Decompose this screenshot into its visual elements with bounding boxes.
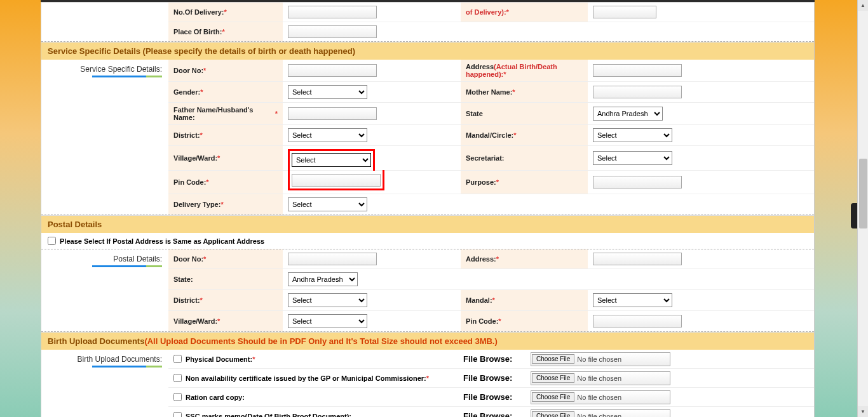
pst-district-label: District:* [168,290,283,310]
place-of-birth-label: Place Of Birth:* [168,22,283,41]
service-section-header: Service Specific Details (Please specify… [41,42,814,60]
choose-file-button[interactable]: Choose File [532,354,574,364]
pst-state-label: State: [168,269,283,289]
pst-mandal-select[interactable]: Select [593,293,672,307]
svc-state-label: State [461,103,588,124]
pst-mandal-label: Mandal:* [461,290,588,310]
file-browse-label: File Browse: [461,354,531,364]
postal-same-checkbox[interactable] [48,237,56,245]
svc-state-select[interactable]: Andhra Pradesh [593,107,663,121]
no-of-delivery-input[interactable] [288,6,377,18]
svc-purpose-input[interactable] [593,176,682,189]
of-delivery-label: of Delivery):* [461,3,588,22]
choose-file-button[interactable]: Choose File [532,392,574,402]
upload-doc-label: SSC marks memo(Date Of Birth Proof Docum… [168,409,461,417]
svc-address-label: Address(Actual Birth/Death happened):* [461,60,588,81]
no-file-text: No file chosen [577,355,621,363]
no-file-text: No file chosen [577,413,621,418]
place-of-birth-input[interactable] [288,25,377,38]
pst-address-label: Address:* [461,249,588,268]
upload-side-label: Birth Upload Documents: [41,350,168,417]
svc-gender-label: Gender:* [168,82,283,102]
vertical-scrollbar[interactable]: ▲ ▼ [857,0,868,417]
svc-village-select[interactable]: Select [292,153,371,167]
postal-same-label: Please Select If Postal Address is Same … [60,237,264,245]
upload-row: Ration card copy:File Browse:Choose File… [168,388,814,407]
svc-purpose-label: Purpose:* [461,171,588,194]
upload-doc-checkbox[interactable] [173,374,182,382]
svc-secretariat-select[interactable]: Select [593,151,672,165]
pst-district-select[interactable]: Select [288,293,367,307]
upload-doc-checkbox[interactable] [173,393,182,401]
pst-pincode-label: Pin Code:* [461,311,588,331]
svc-mother-label: Mother Name:* [461,82,588,102]
file-browse-label: File Browse: [461,392,531,402]
upload-row: Non availability certificate issued by t… [168,369,814,388]
side-indicator [851,203,857,228]
upload-doc-label: Ration card copy: [168,390,461,404]
scroll-up-arrow[interactable]: ▲ [858,0,868,11]
file-chooser[interactable]: Choose FileNo file chosen [531,371,670,385]
svc-pincode-label: Pin Code:* [168,171,283,194]
of-delivery-input[interactable] [593,6,656,18]
svc-mandal-label: Mandal/Circle:* [461,125,588,145]
pst-village-select[interactable]: Select [288,314,367,328]
svc-pincode-input[interactable] [292,174,381,187]
svc-district-select[interactable]: Select [288,128,367,142]
upload-section-header: Birth Upload Documents(All Upload Docume… [41,332,814,350]
scroll-thumb[interactable] [859,159,867,228]
pst-address-input[interactable] [593,253,682,265]
postal-section-header: Postal Details [41,215,814,233]
file-browse-label: File Browse: [461,411,531,417]
no-file-text: No file chosen [577,394,621,401]
postal-side-label: Postal Details: [41,249,168,331]
pst-state-select[interactable]: Andhra Pradesh [288,272,358,286]
svc-doorno-input[interactable] [288,64,377,77]
upload-row: SSC marks memo(Date Of Birth Proof Docum… [168,407,814,417]
file-chooser[interactable]: Choose FileNo file chosen [531,409,670,418]
file-chooser[interactable]: Choose FileNo file chosen [531,352,670,366]
svc-gender-select[interactable]: Select [288,85,367,99]
svc-delivery-select[interactable]: Select [288,197,367,211]
postal-same-row: Please Select If Postal Address is Same … [41,233,814,249]
service-side-label: Service Specific Details: [41,60,168,215]
svc-doorno-label: Door No:* [168,60,283,81]
upload-doc-label: Non availability certificate issued by t… [168,371,461,385]
svc-secretariat-label: Secretariat: [461,146,588,170]
svc-delivery-label: Delivery Type:* [168,194,283,215]
svc-mother-input[interactable] [593,86,682,98]
svc-father-input[interactable] [288,107,377,120]
svc-mandal-select[interactable]: Select [593,128,672,142]
upload-doc-checkbox[interactable] [173,412,182,417]
pst-doorno-input[interactable] [288,253,377,265]
pst-pincode-input[interactable] [593,315,682,328]
pst-doorno-label: Door No:* [168,249,283,268]
svc-village-label: Village/Ward:* [168,146,283,170]
upload-row: Physical Document:*File Browse:Choose Fi… [168,350,814,369]
no-file-text: No file chosen [577,374,621,382]
file-chooser[interactable]: Choose FileNo file chosen [531,390,670,404]
file-browse-label: File Browse: [461,373,531,383]
svc-address-input[interactable] [593,64,682,77]
choose-file-button[interactable]: Choose File [532,411,574,417]
no-of-delivery-label: No.Of Delivery:* [168,3,283,22]
svc-district-label: District:* [168,125,283,145]
pst-village-label: Village/Ward:* [168,311,283,331]
upload-doc-checkbox[interactable] [173,355,182,363]
top-remnant-block: No.Of Delivery:* of Delivery):* Place Of… [41,3,814,42]
choose-file-button[interactable]: Choose File [532,373,574,383]
scroll-down-arrow[interactable]: ▼ [858,406,868,417]
upload-doc-label: Physical Document:* [168,352,461,366]
svc-father-label: Father Name/Husband's Name:* [168,103,283,124]
